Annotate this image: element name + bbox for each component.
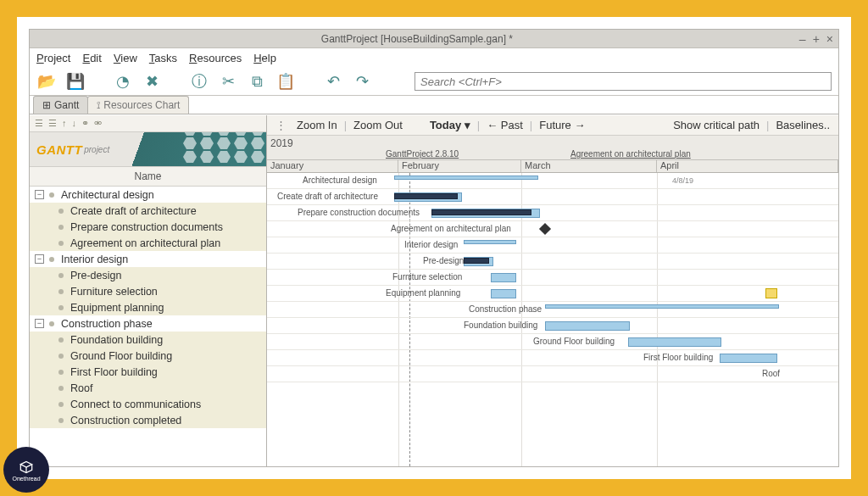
gantt-row: Equipment planning <box>267 286 838 302</box>
bar-label: Ground Floor building <box>533 337 615 346</box>
future-button[interactable]: Future → <box>534 117 590 133</box>
task-bar[interactable] <box>491 273 516 282</box>
maximize-icon[interactable]: + <box>813 32 820 46</box>
task-tree[interactable]: −Architectural designCreate draft of arc… <box>30 187 266 466</box>
gantt-row: Create draft of architecture <box>267 189 838 205</box>
info-icon[interactable]: ⓘ <box>189 71 209 92</box>
link-icon[interactable]: ⚭ <box>81 118 89 129</box>
collapse-icon[interactable]: − <box>35 254 44 264</box>
task-row[interactable]: Ground Floor building <box>30 348 266 364</box>
indent-icon[interactable]: ☰ <box>48 118 57 129</box>
task-bar[interactable] <box>628 337 721 347</box>
menu-view[interactable]: View <box>114 52 137 64</box>
menu-edit[interactable]: Edit <box>82 52 101 64</box>
gantt-row: Pre-design <box>267 254 838 270</box>
tab-resources-chart[interactable]: ⟟Resources Chart <box>87 96 189 114</box>
gantt-toolbar: ⋮ Zoom In | Zoom Out Today ▾ | ← Past | … <box>267 115 838 136</box>
task-row[interactable]: Prepare construction documents <box>30 219 266 235</box>
zoom-out-button[interactable]: Zoom Out <box>348 117 408 133</box>
move-down-icon[interactable]: ↓ <box>72 118 77 129</box>
task-row[interactable]: Foundation building <box>30 332 266 348</box>
app-window: GanttProject [HouseBuildingSample.gan] *… <box>29 29 839 467</box>
task-row[interactable]: −Architectural design <box>30 187 266 203</box>
task-bar[interactable] <box>720 354 777 363</box>
task-bar[interactable] <box>464 258 489 264</box>
redo-icon[interactable]: ↷ <box>352 71 372 92</box>
year-label: 2019 <box>270 137 293 149</box>
paste-icon[interactable]: 📋 <box>275 71 296 92</box>
task-row[interactable]: Connect to communications <box>30 396 266 412</box>
menubar: Project Edit View Tasks Resources Help <box>30 48 838 68</box>
save-icon[interactable]: 💾 <box>65 71 86 92</box>
tab-gantt[interactable]: ⊞Gantt <box>33 96 88 114</box>
bar-label: Agreement on architectural plan <box>391 224 511 233</box>
gantt-row: Roof <box>267 366 838 382</box>
milestone-icon[interactable] <box>539 223 551 235</box>
titlebar: GanttProject [HouseBuildingSample.gan] *… <box>30 30 838 48</box>
gantt-panel: ⋮ Zoom In | Zoom Out Today ▾ | ← Past | … <box>267 115 838 466</box>
outdent-icon[interactable]: ☰ <box>35 118 43 129</box>
critical-path-button[interactable]: Show critical path <box>668 117 765 133</box>
task-bar[interactable] <box>545 304 779 309</box>
today-button[interactable]: Today ▾ <box>425 117 476 133</box>
open-icon[interactable]: 📂 <box>36 71 57 92</box>
task-row[interactable]: −Interior design <box>30 251 266 267</box>
gantt-row: First Floor building <box>267 350 838 366</box>
main-toolbar: 📂 💾 ◔ ✖ ⓘ ✂ ⧉ 📋 ↶ ↷ <box>30 68 838 96</box>
gantt-chart[interactable]: 4/8/19 Architectural designCreate draft … <box>267 173 838 466</box>
move-up-icon[interactable]: ↑ <box>62 118 67 129</box>
task-label: Pre-design <box>70 270 121 281</box>
task-label: Foundation building <box>70 334 163 346</box>
task-row[interactable]: Pre-design <box>30 267 266 283</box>
task-bar[interactable] <box>431 209 531 215</box>
task-bar[interactable] <box>394 193 458 199</box>
watermark-badge: Onethread <box>3 447 49 493</box>
copy-icon[interactable]: ⧉ <box>247 71 267 92</box>
unlink-icon[interactable]: ⚮ <box>94 118 102 129</box>
task-label: Create draft of architecture <box>70 205 197 217</box>
cut-icon[interactable]: ✂ <box>218 71 238 92</box>
task-row[interactable]: Construction completed <box>30 412 266 428</box>
collapse-icon[interactable]: − <box>35 190 44 199</box>
baselines-button[interactable]: Baselines.. <box>771 117 835 133</box>
search-input[interactable] <box>415 72 832 91</box>
zoom-in-button[interactable]: Zoom In <box>292 117 342 133</box>
annotation-milestone: Agreement on architectural plan <box>570 149 691 159</box>
bar-label: Equipment planning <box>386 288 460 298</box>
bar-label: Construction phase <box>469 304 542 314</box>
task-bar[interactable] <box>545 321 630 331</box>
task-label: Connect to communications <box>70 398 201 410</box>
task-bar[interactable] <box>464 240 516 244</box>
menu-help[interactable]: Help <box>253 52 276 64</box>
task-row[interactable]: Equipment planning <box>30 299 266 315</box>
bar-label: Architectural design <box>303 176 377 185</box>
task-row[interactable]: Roof <box>30 380 266 396</box>
collapse-icon[interactable]: − <box>35 319 44 328</box>
task-label: Furniture selection <box>70 286 158 298</box>
note-icon[interactable] <box>765 288 777 298</box>
delete-icon[interactable]: ✖ <box>142 71 162 92</box>
clock-icon[interactable]: ◔ <box>113 71 133 92</box>
task-row[interactable]: First Floor building <box>30 364 266 380</box>
close-icon[interactable]: × <box>826 32 833 46</box>
menu-tasks[interactable]: Tasks <box>149 52 177 64</box>
task-row[interactable]: Agreement on architectural plan <box>30 235 266 251</box>
menu-resources[interactable]: Resources <box>189 52 242 64</box>
gantt-row: Foundation building <box>267 318 838 334</box>
undo-icon[interactable]: ↶ <box>323 71 343 92</box>
past-button[interactable]: ← Past <box>481 117 528 133</box>
task-bar[interactable] <box>491 289 516 298</box>
menu-project[interactable]: Project <box>36 52 70 64</box>
task-label: Ground Floor building <box>70 350 172 362</box>
task-label: Construction phase <box>61 318 153 330</box>
task-bar[interactable] <box>394 176 538 180</box>
task-row[interactable]: Create draft of architecture <box>30 203 266 219</box>
bar-label: Furniture selection <box>392 272 462 281</box>
options-icon[interactable]: ⋮ <box>270 119 292 131</box>
task-row[interactable]: −Construction phase <box>30 315 266 332</box>
minimize-icon[interactable]: – <box>799 32 806 46</box>
gantt-row: Architectural design <box>267 173 838 189</box>
gantt-row: Interior design <box>267 237 838 254</box>
task-panel: ☰ ☰ ↑ ↓ ⚭ ⚮ GANTTproject Name −Architect… <box>30 115 267 466</box>
task-row[interactable]: Furniture selection <box>30 283 266 299</box>
